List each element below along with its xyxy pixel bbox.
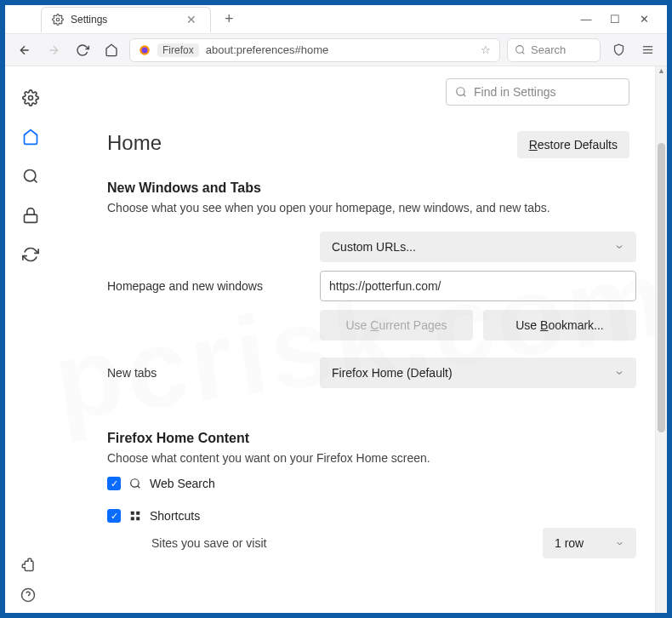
url-text: about:preferences#home: [206, 43, 329, 56]
settings-sidebar: [5, 66, 56, 613]
shortcuts-rows-value: 1 row: [555, 536, 584, 550]
section-new-windows-heading: New Windows and Tabs: [107, 180, 636, 196]
section-home-content-desc: Choose what content you want on your Fir…: [107, 451, 636, 465]
svg-point-3: [516, 46, 524, 54]
svg-point-12: [457, 88, 464, 95]
sidebar-extensions-icon[interactable]: [20, 557, 36, 572]
close-window-button[interactable]: ✕: [638, 13, 650, 26]
toolbar-search-placeholder: Search: [531, 43, 566, 56]
shortcuts-sublabel: Sites you save or visit: [151, 536, 266, 550]
shortcuts-label: Shortcuts: [150, 509, 200, 523]
search-icon: [129, 478, 141, 489]
scroll-up-arrow[interactable]: ▲: [656, 66, 667, 78]
restore-defaults-button[interactable]: Restore Defaults: [517, 131, 629, 158]
homepage-label: Homepage and new windows: [107, 279, 303, 293]
shield-icon[interactable]: [607, 39, 629, 61]
gear-icon: [52, 14, 64, 26]
url-protocol-pill: Firefox: [157, 43, 199, 57]
sidebar-privacy-icon[interactable]: [21, 206, 40, 225]
websearch-checkbox[interactable]: ✓: [107, 477, 121, 490]
home-button[interactable]: [100, 39, 122, 61]
newtabs-select[interactable]: Firefox Home (Default): [320, 358, 636, 388]
use-bookmark-button[interactable]: Use Bookmark...: [483, 310, 636, 340]
url-bar[interactable]: Firefox about:preferences#home ☆: [129, 38, 500, 62]
homepage-select[interactable]: Custom URLs...: [320, 232, 636, 262]
maximize-button[interactable]: ☐: [609, 13, 621, 26]
toolbar-search[interactable]: Search: [507, 38, 601, 62]
chevron-down-icon: [614, 368, 624, 378]
scrollbar-thumb[interactable]: [658, 143, 665, 432]
svg-point-13: [131, 479, 139, 487]
shortcuts-checkbox[interactable]: ✓: [107, 509, 121, 523]
vertical-scrollbar[interactable]: ▲: [655, 66, 667, 613]
shortcuts-rows-select[interactable]: 1 row: [543, 528, 636, 558]
sidebar-general-icon[interactable]: [21, 89, 40, 107]
back-button[interactable]: [14, 39, 36, 61]
newtabs-label: New tabs: [107, 366, 303, 380]
svg-rect-14: [131, 512, 134, 515]
section-new-windows-desc: Choose what you see when you open your h…: [107, 201, 636, 215]
svg-rect-16: [131, 517, 134, 520]
bookmark-star-icon[interactable]: ☆: [481, 43, 491, 56]
svg-point-0: [56, 18, 60, 21]
homepage-url-input[interactable]: [320, 271, 636, 301]
svg-rect-17: [136, 517, 140, 520]
close-tab-icon[interactable]: ✕: [183, 11, 200, 28]
find-in-settings[interactable]: Find in Settings: [446, 78, 629, 106]
section-home-content-heading: Firefox Home Content: [107, 431, 636, 446]
sidebar-search-icon[interactable]: [21, 167, 40, 186]
reload-button[interactable]: [71, 39, 94, 61]
sidebar-sync-icon[interactable]: [21, 245, 40, 264]
tab-title: Settings: [71, 14, 107, 26]
svg-rect-9: [25, 215, 37, 222]
chevron-down-icon: [614, 242, 624, 252]
new-tab-button[interactable]: +: [219, 9, 239, 30]
menu-button[interactable]: [636, 39, 658, 61]
browser-toolbar: Firefox about:preferences#home ☆ Search: [5, 34, 667, 66]
grid-icon: [129, 510, 141, 522]
minimize-button[interactable]: —: [580, 13, 592, 26]
newtabs-select-value: Firefox Home (Default): [332, 366, 453, 380]
svg-point-2: [142, 47, 148, 53]
browser-tab[interactable]: Settings ✕: [41, 7, 211, 32]
svg-point-8: [25, 170, 36, 181]
use-current-pages-button[interactable]: Use Current Pages: [320, 310, 473, 340]
svg-rect-15: [136, 512, 140, 515]
title-bar: Settings ✕ + — ☐ ✕: [5, 5, 667, 34]
svg-point-7: [29, 96, 33, 100]
chevron-down-icon: [615, 539, 624, 548]
firefox-brand-icon: [139, 44, 151, 56]
homepage-select-value: Custom URLs...: [332, 240, 416, 254]
find-placeholder: Find in Settings: [474, 85, 556, 99]
sidebar-help-icon[interactable]: [20, 587, 36, 603]
websearch-label: Web Search: [150, 477, 215, 490]
forward-button[interactable]: [43, 39, 65, 61]
main-content: pcrisk.com Find in Settings Home Restore…: [56, 66, 667, 613]
sidebar-home-icon[interactable]: [21, 128, 40, 146]
